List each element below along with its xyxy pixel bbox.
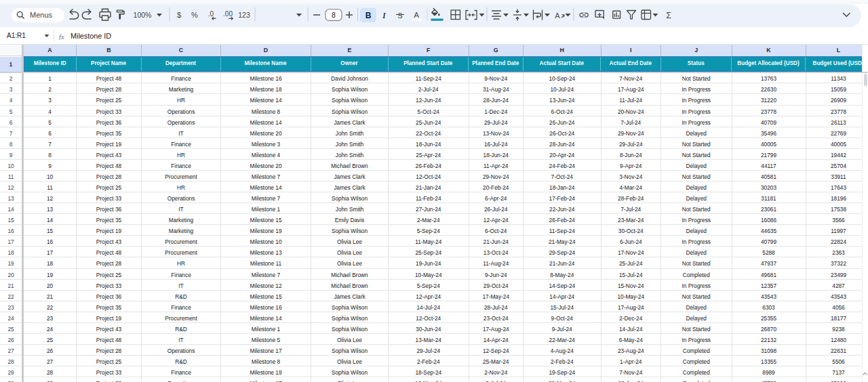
svg-text:A: A — [414, 11, 419, 19]
svg-text:.0: .0 — [208, 10, 214, 18]
svg-text:fx: fx — [59, 33, 64, 41]
svg-text:Σ: Σ — [666, 11, 671, 20]
svg-text:B: B — [366, 11, 372, 20]
svg-text:123: 123 — [238, 11, 250, 19]
svg-text:.00: .00 — [223, 10, 233, 18]
svg-text:I: I — [382, 11, 387, 20]
svg-text:A: A — [555, 12, 560, 20]
svg-text:$: $ — [177, 11, 181, 19]
svg-text:8: 8 — [332, 11, 336, 19]
svg-text:S: S — [397, 12, 402, 20]
svg-text:%: % — [191, 11, 198, 19]
svg-text:100%: 100% — [134, 11, 152, 19]
